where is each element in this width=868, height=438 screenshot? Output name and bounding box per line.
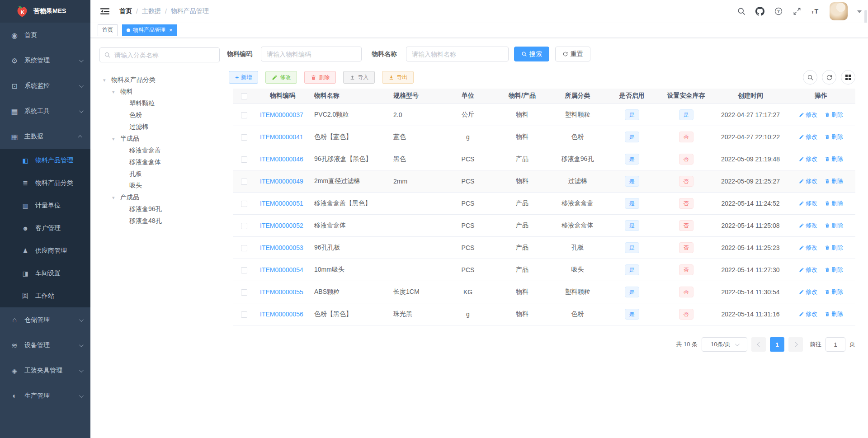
- row-edit-link[interactable]: 修改: [799, 155, 817, 163]
- row-edit-link[interactable]: 修改: [799, 266, 817, 274]
- tree-node[interactable]: 色粉: [99, 109, 220, 121]
- page-size-select[interactable]: 10条/页: [702, 337, 747, 352]
- refresh-button[interactable]: [822, 70, 836, 85]
- tree-node[interactable]: 移液盒盒体: [99, 156, 220, 168]
- row-delete-link[interactable]: 删除: [825, 111, 843, 119]
- row-delete-link[interactable]: 删除: [825, 199, 843, 207]
- row-edit-link[interactable]: 修改: [799, 199, 817, 207]
- export-button[interactable]: 导出: [382, 71, 414, 84]
- material-code-link[interactable]: ITEM00000056: [260, 311, 303, 318]
- import-button[interactable]: 导入: [343, 71, 375, 84]
- sidebar-item[interactable]: 回 工作站: [0, 285, 90, 307]
- sidebar-item[interactable]: ☻ 客户管理: [0, 217, 90, 240]
- material-code-link[interactable]: ITEM00000049: [260, 178, 303, 185]
- material-code-input[interactable]: [261, 47, 362, 61]
- reset-button[interactable]: 重置: [555, 47, 590, 61]
- tree-node[interactable]: 塑料颗粒: [99, 98, 220, 109]
- row-checkbox[interactable]: [241, 289, 247, 296]
- sidebar-item[interactable]: ≋ 设备管理: [0, 333, 90, 358]
- search-icon[interactable]: [737, 7, 746, 16]
- current-page-button[interactable]: 1: [770, 337, 784, 352]
- toggle-search-button[interactable]: [803, 70, 817, 85]
- tree-node[interactable]: 吸头: [99, 180, 220, 192]
- add-button[interactable]: + 新增: [229, 71, 258, 84]
- row-delete-link[interactable]: 删除: [825, 310, 843, 318]
- row-edit-link[interactable]: 修改: [799, 111, 817, 119]
- tree-node[interactable]: 移液盒96孔: [99, 203, 220, 215]
- goto-page-input[interactable]: [826, 337, 845, 352]
- row-checkbox[interactable]: [241, 223, 247, 229]
- category-search-input[interactable]: [99, 47, 220, 62]
- columns-button[interactable]: [841, 70, 855, 85]
- tree-node[interactable]: 半成品: [99, 133, 220, 145]
- row-checkbox[interactable]: [241, 112, 247, 118]
- row-edit-link[interactable]: 修改: [799, 288, 817, 296]
- github-icon[interactable]: [755, 7, 764, 16]
- row-edit-link[interactable]: 修改: [799, 221, 817, 230]
- font-size-icon[interactable]: TT: [811, 7, 820, 16]
- tree-node[interactable]: 孔板: [99, 168, 220, 180]
- tree-node[interactable]: 移液盒盒盖: [99, 145, 220, 156]
- tree-node[interactable]: 物料: [99, 86, 220, 98]
- row-delete-link[interactable]: 删除: [825, 133, 843, 141]
- sidebar-item[interactable]: ⌂ 仓储管理: [0, 307, 90, 333]
- sidebar-item[interactable]: ▥ 计量单位: [0, 194, 90, 217]
- caret-down-icon[interactable]: [112, 136, 120, 142]
- row-edit-link[interactable]: 修改: [799, 133, 817, 141]
- sidebar-toggle-icon[interactable]: [100, 7, 109, 16]
- row-checkbox[interactable]: [241, 156, 247, 163]
- sidebar-item[interactable]: ◧ 物料产品管理: [0, 149, 90, 172]
- tree-node[interactable]: 产成品: [99, 192, 220, 203]
- prev-page-button[interactable]: [751, 337, 766, 352]
- row-checkbox[interactable]: [241, 179, 247, 185]
- sidebar-item[interactable]: ♟ 供应商管理: [0, 240, 90, 262]
- close-icon[interactable]: ×: [169, 27, 173, 33]
- tree-node[interactable]: 物料及产品分类: [99, 74, 220, 86]
- row-delete-link[interactable]: 删除: [825, 177, 843, 185]
- fullscreen-icon[interactable]: [793, 7, 802, 16]
- delete-button[interactable]: 删除: [304, 71, 336, 84]
- row-delete-link[interactable]: 删除: [825, 266, 843, 274]
- caret-down-icon[interactable]: [103, 77, 111, 83]
- material-code-link[interactable]: ITEM00000052: [260, 222, 303, 229]
- sidebar-item[interactable]: ◈ 工装夹具管理: [0, 358, 90, 383]
- breadcrumb-item-home[interactable]: 首页: [119, 7, 132, 15]
- row-checkbox[interactable]: [241, 201, 247, 207]
- tab-material-product[interactable]: 物料产品管理 ×: [122, 24, 177, 36]
- tree-node[interactable]: 过滤棉: [99, 121, 220, 133]
- sidebar-item[interactable]: ◨ 车间设置: [0, 262, 90, 285]
- tab-home[interactable]: 首页: [98, 24, 118, 36]
- material-code-link[interactable]: ITEM00000037: [260, 111, 303, 118]
- sidebar-item[interactable]: ▤ 系统工具: [0, 99, 90, 124]
- row-checkbox[interactable]: [241, 245, 247, 251]
- row-checkbox[interactable]: [241, 134, 247, 141]
- caret-down-icon[interactable]: [112, 89, 120, 95]
- next-page-button[interactable]: [788, 337, 803, 352]
- caret-down-icon[interactable]: [112, 195, 120, 201]
- row-edit-link[interactable]: 修改: [799, 310, 817, 318]
- row-checkbox[interactable]: [241, 311, 247, 318]
- row-edit-link[interactable]: 修改: [799, 177, 817, 185]
- row-delete-link[interactable]: 删除: [825, 244, 843, 252]
- row-delete-link[interactable]: 删除: [825, 288, 843, 296]
- logo[interactable]: K 苦糖果MES: [0, 0, 90, 23]
- sidebar-item[interactable]: ≣ 物料产品分类: [0, 172, 90, 194]
- sidebar-item[interactable]: ◉ 首页: [0, 23, 90, 48]
- sidebar-item[interactable]: ◐ 生产管理: [0, 383, 90, 409]
- row-checkbox[interactable]: [241, 267, 247, 273]
- breadcrumb-item-master-data[interactable]: 主数据: [142, 7, 161, 15]
- material-name-input[interactable]: [406, 47, 509, 61]
- material-code-link[interactable]: ITEM00000041: [260, 133, 303, 141]
- material-code-link[interactable]: ITEM00000053: [260, 244, 303, 251]
- material-code-link[interactable]: ITEM00000054: [260, 266, 303, 273]
- edit-button[interactable]: 修改: [265, 71, 297, 84]
- help-icon[interactable]: ?: [774, 7, 783, 16]
- chevron-down-icon[interactable]: [857, 10, 862, 15]
- search-button[interactable]: 搜索: [514, 47, 549, 61]
- material-code-link[interactable]: ITEM00000051: [260, 200, 303, 207]
- material-code-link[interactable]: ITEM00000046: [260, 155, 303, 163]
- row-delete-link[interactable]: 删除: [825, 221, 843, 230]
- user-avatar[interactable]: [830, 2, 848, 20]
- tree-node[interactable]: 移液盒48孔: [99, 215, 220, 227]
- row-edit-link[interactable]: 修改: [799, 244, 817, 252]
